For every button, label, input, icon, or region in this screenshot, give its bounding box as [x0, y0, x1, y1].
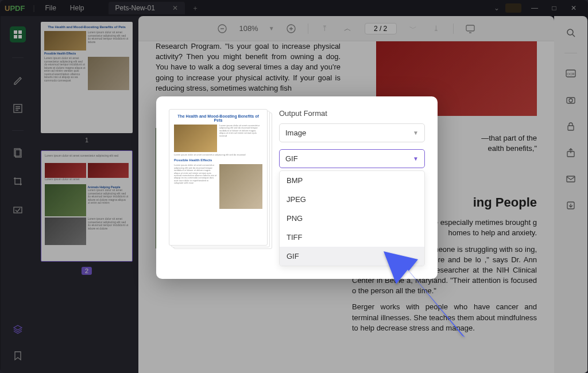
caret-down-icon: ▼ [413, 156, 419, 162]
format-option-tiff[interactable]: TIFF [280, 228, 424, 247]
format-type-select[interactable]: Image ▼ [279, 123, 425, 142]
format-option-jpeg[interactable]: JPEG [280, 190, 424, 209]
export-modal: The Health and Mood-Boosting Benefits of… [156, 96, 438, 279]
format-option-gif[interactable]: GIF [280, 247, 424, 266]
modal-preview: The Health and Mood-Boosting Benefits of… [169, 109, 268, 246]
image-format-select[interactable]: GIF ▼ [279, 149, 425, 168]
format-option-png[interactable]: PNG [280, 209, 424, 228]
format-option-bmp[interactable]: BMP [280, 171, 424, 190]
output-format-label: Output Format [279, 109, 425, 118]
format-dropdown: BMP JPEG PNG TIFF GIF [279, 170, 425, 266]
caret-down-icon: ▼ [413, 130, 419, 136]
